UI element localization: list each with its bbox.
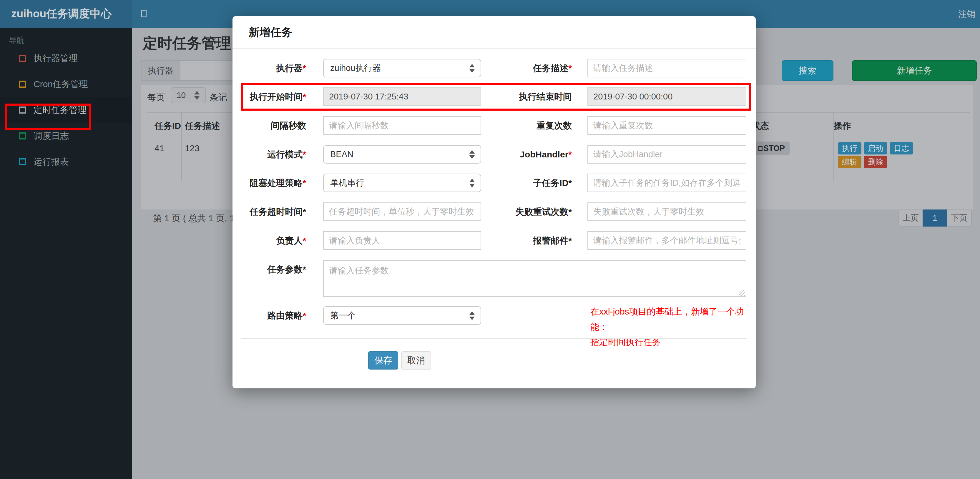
square-icon bbox=[19, 132, 26, 140]
form-row-9: 路由策略* 第一个 在xxl-jobs项目的基础上，新增了一个功能： 指定时间执… bbox=[232, 306, 756, 325]
add-task-button[interactable]: 新增任务 bbox=[852, 60, 977, 81]
executor-filter-addon: 执行器 bbox=[141, 60, 180, 81]
app-logo-text: zuihou任务调度中心 bbox=[11, 8, 111, 20]
owner-input[interactable] bbox=[323, 231, 481, 250]
sidebar-item-label: 定时任务管理 bbox=[33, 104, 86, 116]
form-row-2: 执行开始时间* 执行结束时间 bbox=[232, 88, 756, 106]
sidebar-item-label: 执行器管理 bbox=[33, 53, 78, 64]
retry-label: 失败重试次数* bbox=[483, 202, 572, 221]
interval-input[interactable] bbox=[323, 116, 481, 135]
row-action-log[interactable]: 日志 bbox=[890, 142, 913, 154]
search-button[interactable]: 搜索 bbox=[782, 60, 834, 81]
repeat-label: 重复次数 bbox=[483, 116, 572, 135]
square-icon bbox=[19, 55, 26, 62]
chevron-up-down-icon bbox=[469, 311, 475, 321]
required-asterisk: * bbox=[302, 178, 306, 188]
pagination-info: 第 1 页 ( 总共 1 页, 1 bbox=[153, 212, 235, 224]
modal-title: 新增任务 bbox=[249, 16, 292, 49]
add-task-modal: 新增任务 执行器* zuihou执行器 任务描述* 执行开始时间* 执行结束时间… bbox=[232, 16, 756, 388]
app-root: zuihou任务调度中心 注销 导航 执行器管理 Cron任务管理 定时任务管理… bbox=[0, 0, 980, 479]
form-row-4: 运行模式* BEAN JobHandler* bbox=[232, 145, 756, 164]
square-glyph-icon bbox=[758, 146, 762, 151]
row-action-delete[interactable]: 删除 bbox=[864, 156, 887, 168]
interval-label: 间隔秒数 bbox=[232, 116, 306, 135]
cell-task-id: 41 bbox=[154, 143, 164, 153]
sidebar-item-executor-management[interactable]: 执行器管理 bbox=[0, 45, 132, 71]
retry-input[interactable] bbox=[587, 202, 746, 221]
jobhandler-label: JobHandler* bbox=[483, 145, 572, 164]
block-strategy-label: 阻塞处理策略* bbox=[232, 173, 306, 192]
executor-select[interactable]: zuihou执行器 bbox=[323, 59, 481, 77]
pagination-next[interactable]: 下页 bbox=[947, 210, 972, 226]
required-asterisk: * bbox=[568, 63, 572, 73]
block-strategy-select[interactable]: 单机串行 bbox=[323, 173, 481, 192]
form-row-1: 执行器* zuihou执行器 任务描述* bbox=[232, 59, 756, 77]
app-logo[interactable]: zuihou任务调度中心 bbox=[0, 0, 132, 28]
run-mode-select[interactable]: BEAN bbox=[323, 145, 481, 164]
pagination-prev[interactable]: 上页 bbox=[899, 210, 923, 226]
route-strategy-label: 路由策略* bbox=[232, 306, 306, 325]
required-asterisk: * bbox=[302, 92, 306, 102]
cancel-button[interactable]: 取消 bbox=[401, 351, 431, 369]
row-action-edit[interactable]: 编辑 bbox=[838, 156, 861, 168]
sidebar-item-cron-task-management[interactable]: Cron任务管理 bbox=[0, 71, 132, 97]
required-asterisk: * bbox=[302, 236, 306, 245]
save-button[interactable]: 保存 bbox=[368, 351, 398, 369]
logout-link[interactable]: 注销 bbox=[958, 0, 975, 28]
end-time-input[interactable] bbox=[587, 88, 746, 106]
child-task-label: 子任务ID* bbox=[483, 173, 572, 192]
row-action-start[interactable]: 启动 bbox=[864, 142, 887, 154]
start-time-label: 执行开始时间* bbox=[232, 88, 306, 106]
chevron-up-down-icon bbox=[469, 178, 475, 188]
alarm-email-label: 报警邮件* bbox=[483, 231, 572, 250]
chevron-up-down-icon bbox=[469, 150, 475, 159]
route-strategy-select[interactable]: 第一个 bbox=[323, 306, 481, 325]
alarm-email-input[interactable] bbox=[587, 231, 746, 250]
per-page-label: 每页 bbox=[147, 92, 165, 103]
status-badge: STOP bbox=[754, 142, 789, 155]
col-actions: 操作 bbox=[834, 120, 851, 132]
end-time-label: 执行结束时间 bbox=[483, 88, 572, 106]
required-asterisk: * bbox=[302, 63, 306, 73]
column-divider bbox=[834, 113, 834, 136]
square-icon bbox=[19, 158, 26, 166]
form-row-6: 任务超时时间* 失败重试次数* bbox=[232, 202, 756, 221]
feature-note-line1: 在xxl-jobs项目的基础上，新增了一个功能： bbox=[590, 304, 755, 334]
timeout-label: 任务超时时间* bbox=[232, 202, 306, 221]
task-desc-label: 任务描述* bbox=[483, 59, 572, 77]
per-page-value: 10 bbox=[177, 91, 186, 100]
chevron-up-down-icon bbox=[194, 90, 199, 100]
start-time-input[interactable] bbox=[323, 88, 481, 106]
sidebar-item-scheduled-task-management[interactable]: 定时任务管理 bbox=[0, 97, 132, 123]
pagination-page-1[interactable]: 1 bbox=[923, 210, 947, 226]
timeout-input[interactable] bbox=[323, 202, 481, 221]
sidebar-item-dispatch-log[interactable]: 调度日志 bbox=[0, 123, 132, 149]
form-row-8: 任务参数* bbox=[232, 260, 756, 297]
task-params-textarea[interactable] bbox=[323, 260, 746, 297]
modal-footer-divider bbox=[241, 338, 747, 339]
resize-grip-icon[interactable] bbox=[739, 290, 745, 296]
form-row-5: 阻塞处理策略* 单机串行 子任务ID* bbox=[232, 173, 756, 192]
sidebar-item-label: 运行报表 bbox=[33, 156, 69, 168]
form-row-3: 间隔秒数 重复次数 bbox=[232, 116, 756, 135]
per-page-select[interactable]: 10 bbox=[171, 88, 206, 103]
required-asterisk: * bbox=[302, 150, 306, 159]
chevron-up-down-icon bbox=[469, 63, 475, 73]
run-mode-label: 运行模式* bbox=[232, 145, 306, 164]
jobhandler-input[interactable] bbox=[587, 145, 746, 164]
sidebar-menu: 执行器管理 Cron任务管理 定时任务管理 调度日志 运行报表 bbox=[0, 45, 132, 175]
required-asterisk: * bbox=[568, 150, 572, 159]
modal-header: 新增任务 bbox=[232, 16, 756, 49]
repeat-input[interactable] bbox=[587, 116, 746, 135]
square-icon bbox=[19, 81, 26, 88]
per-page-suffix: 条记 bbox=[210, 92, 227, 103]
sidebar-toggle-icon[interactable] bbox=[141, 10, 146, 18]
col-task-desc: 任务描述 bbox=[185, 120, 220, 132]
child-task-input[interactable] bbox=[587, 173, 746, 192]
form-row-7: 负责人* 报警邮件* bbox=[232, 231, 756, 250]
sidebar-item-run-report[interactable]: 运行报表 bbox=[0, 149, 132, 175]
row-action-execute[interactable]: 执行 bbox=[838, 142, 861, 154]
task-desc-input[interactable] bbox=[587, 59, 746, 77]
executor-label: 执行器* bbox=[232, 59, 306, 77]
column-divider bbox=[181, 113, 182, 136]
